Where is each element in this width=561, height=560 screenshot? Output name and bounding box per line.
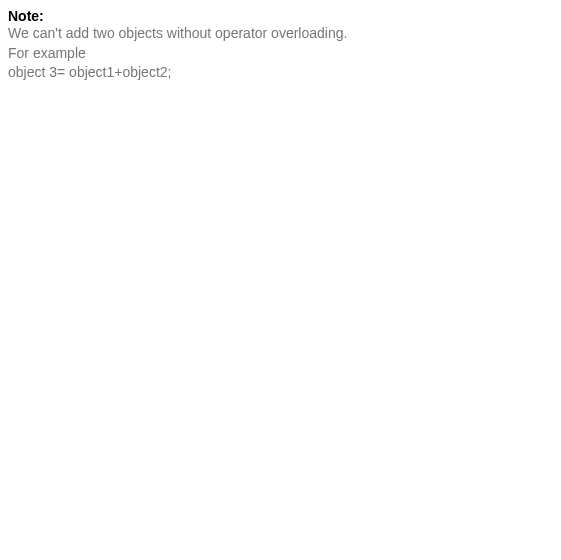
note-line3: object 3= object1+object2; bbox=[8, 63, 553, 83]
note-section: Note: We can't add two objects without o… bbox=[8, 8, 553, 83]
note-line1: We can't add two objects without operato… bbox=[8, 24, 553, 44]
note-line2: For example bbox=[8, 44, 553, 64]
note-title: Note: bbox=[8, 8, 553, 24]
